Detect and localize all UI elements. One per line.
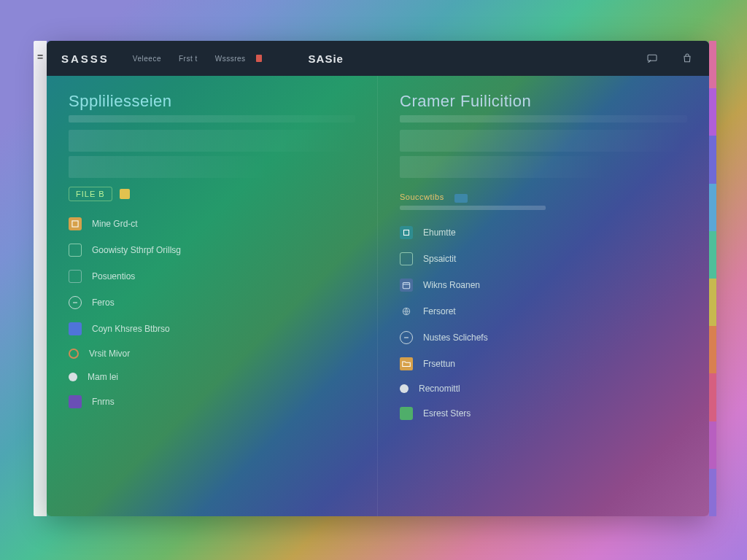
nav-item-0[interactable]: Veleece xyxy=(133,55,161,63)
right-item-0[interactable]: Ehumtte xyxy=(400,226,687,239)
chip-yellow[interactable] xyxy=(120,189,130,199)
right-tab-strip xyxy=(709,41,716,516)
right-section-head: Souccwtibs xyxy=(400,192,687,204)
svg-rect-1 xyxy=(72,221,78,227)
right-item-label-1: Spsaictit xyxy=(423,254,456,264)
right-item-label-5: Frsettun xyxy=(423,359,455,369)
right-item-label-2: Wikns Roanen xyxy=(423,280,480,290)
right-body-placeholder-2 xyxy=(400,156,607,178)
tab-color-3[interactable] xyxy=(709,136,716,183)
svg-rect-4 xyxy=(403,283,409,289)
dot-icon xyxy=(400,384,409,393)
file-pill[interactable]: FILE B xyxy=(69,187,112,201)
minus-circle-icon xyxy=(69,296,82,309)
left-item-label-2: Posuentios xyxy=(92,271,135,281)
section-badge xyxy=(454,194,468,203)
tab-color-4[interactable] xyxy=(709,184,716,231)
ring-icon xyxy=(69,349,79,359)
tab-color-5[interactable] xyxy=(709,231,716,279)
brand-left: SASSS xyxy=(61,52,109,65)
left-pane-title: Sppliliesseien xyxy=(69,92,355,111)
right-item-label-4: Nustes Sclichefs xyxy=(423,332,488,343)
left-item-label-3: Feros xyxy=(92,298,115,308)
box-icon xyxy=(69,217,82,230)
right-section-sub xyxy=(400,206,546,210)
tile-teal-icon xyxy=(400,226,413,239)
strip-glyph[interactable]: = xyxy=(37,51,43,516)
right-item-label-3: Fersoret xyxy=(423,306,456,316)
left-item-1[interactable]: Goowisty Sthrpf Orillsg xyxy=(69,244,355,257)
globe-icon xyxy=(400,305,413,318)
left-item-list: Mine Grd-ct Goowisty Sthrpf Orillsg Posu… xyxy=(69,217,355,408)
left-body-placeholder-2 xyxy=(69,156,269,178)
right-item-1[interactable]: Spsaictit xyxy=(400,252,687,265)
left-item-2[interactable]: Posuentios xyxy=(69,270,355,283)
calendar-icon xyxy=(400,279,413,292)
right-section-label: Souccwtibs xyxy=(400,192,444,201)
right-item-label-6: Recnomittl xyxy=(419,384,460,394)
right-item-3[interactable]: Fersoret xyxy=(400,305,687,318)
nav-indicator-dot xyxy=(256,55,262,62)
left-body-placeholder-1 xyxy=(69,130,355,152)
left-pill-row: FILE B xyxy=(69,187,355,201)
left-item-label-0: Mine Grd-ct xyxy=(92,219,138,229)
left-item-4[interactable]: Coyn Khsres Btbrso xyxy=(69,322,355,335)
nav-item-1[interactable]: Frst t xyxy=(179,55,198,63)
left-item-7[interactable]: Fnrns xyxy=(69,395,355,408)
right-item-7[interactable]: Esrest Sters xyxy=(400,407,687,420)
app-window: SASSS Veleece Frst t Wsssres SASie Sppli… xyxy=(47,41,709,516)
outer-left-strip: = xyxy=(34,41,47,516)
pane-left: Sppliliesseien FILE B Mine Grd-ct Goowis… xyxy=(47,76,378,516)
right-subtitle-placeholder xyxy=(400,115,687,122)
right-body-placeholder-1 xyxy=(400,130,687,152)
content-split: Sppliliesseien FILE B Mine Grd-ct Goowis… xyxy=(47,76,709,516)
right-item-label-0: Ehumtte xyxy=(423,228,456,238)
left-item-3[interactable]: Feros xyxy=(69,296,355,309)
brand-right: SASie xyxy=(309,52,344,65)
pane-right: Cramer Fuilicition Souccwtibs Ehumtte Sp… xyxy=(378,76,709,516)
right-item-6[interactable]: Recnomittl xyxy=(400,384,687,394)
nav-item-2[interactable]: Wsssres xyxy=(215,55,246,63)
square-outline-icon xyxy=(69,270,82,283)
tab-color-10[interactable] xyxy=(709,469,716,516)
left-subtitle-placeholder xyxy=(69,115,355,122)
topbar: SASSS Veleece Frst t Wsssres SASie xyxy=(47,41,709,76)
left-item-label-5: Vrsit Mivor xyxy=(89,349,130,359)
left-item-5[interactable]: Vrsit Mivor xyxy=(69,349,355,359)
square-outline-icon xyxy=(400,252,413,265)
minus-circle-icon xyxy=(400,331,413,344)
right-item-label-7: Esrest Sters xyxy=(423,408,471,419)
tab-color-7[interactable] xyxy=(709,326,716,373)
left-item-label-7: Fnrns xyxy=(92,397,115,407)
checkbox-outline-icon xyxy=(69,244,82,257)
left-item-0[interactable]: Mine Grd-ct xyxy=(69,217,355,230)
right-item-list: Ehumtte Spsaictit Wikns Roanen Fersoret … xyxy=(400,226,687,420)
svg-rect-0 xyxy=(648,55,657,61)
tab-color-1[interactable] xyxy=(709,41,716,88)
dot-icon xyxy=(69,373,77,381)
left-item-label-1: Goowisty Sthrpf Orillsg xyxy=(92,245,181,255)
left-item-label-6: Mam lei xyxy=(88,372,118,382)
right-item-5[interactable]: Frsettun xyxy=(400,357,687,370)
right-item-4[interactable]: Nustes Sclichefs xyxy=(400,331,687,344)
tab-color-9[interactable] xyxy=(709,421,716,469)
svg-rect-3 xyxy=(404,230,409,236)
right-item-2[interactable]: Wikns Roanen xyxy=(400,279,687,292)
tab-color-6[interactable] xyxy=(709,279,716,326)
tab-color-8[interactable] xyxy=(709,373,716,421)
left-item-label-4: Coyn Khsres Btbrso xyxy=(92,324,170,334)
bag-icon[interactable] xyxy=(680,51,694,66)
tab-color-2[interactable] xyxy=(709,88,716,136)
nav-group: Veleece Frst t Wsssres xyxy=(133,55,262,63)
folder-icon xyxy=(400,357,413,370)
tile-green-icon xyxy=(400,407,413,420)
tile-blue-icon xyxy=(69,322,82,335)
left-item-6[interactable]: Mam lei xyxy=(69,372,355,382)
cast-icon[interactable] xyxy=(645,51,659,66)
right-pane-title: Cramer Fuilicition xyxy=(400,92,687,111)
tile-purple-icon xyxy=(69,395,82,408)
